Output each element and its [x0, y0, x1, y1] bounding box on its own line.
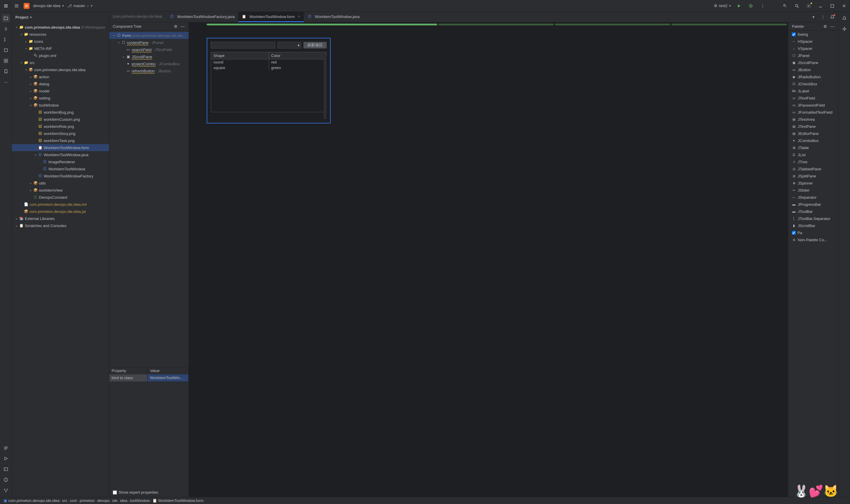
- vcs-branch[interactable]: ⎇ master ↙ ▾: [67, 3, 93, 8]
- palette-item[interactable]: ▭JPasswordField: [788, 102, 838, 109]
- comp-projectcombo[interactable]: ▾projectCombo : JComboBox: [109, 60, 189, 67]
- palette-item[interactable]: ◉JRadioButton: [788, 73, 838, 80]
- palette-group-swing[interactable]: Swing: [788, 31, 838, 38]
- breadcrumb-segment[interactable]: devops: [97, 498, 110, 503]
- property-value-cell[interactable]: WorkitemToolWin...: [148, 374, 189, 381]
- palette-item[interactable]: ▬JToolBar: [788, 208, 838, 215]
- comp-form[interactable]: ▾☐Form (com.primeton.devops.ide.ide...: [109, 32, 189, 39]
- maximize-icon[interactable]: [829, 2, 836, 10]
- table-header-shape[interactable]: Shape: [211, 52, 269, 59]
- palette-item-nonpalette[interactable]: ⊘Non-Palette Co...: [788, 236, 838, 243]
- tab-item[interactable]: (com.primeton.devops.ide.idea): [109, 12, 166, 22]
- palette-item[interactable]: ☰JList: [788, 151, 838, 158]
- main-menu-icon[interactable]: [2, 2, 10, 10]
- palette-item[interactable]: AbJLabel: [788, 87, 838, 94]
- tree-scratches[interactable]: ▸📋Scratches and Consoles: [12, 222, 109, 229]
- notifications-tool-icon[interactable]: [840, 14, 849, 22]
- form-textfield[interactable]: [211, 42, 275, 49]
- run-config[interactable]: ⚙ test2 ▾: [714, 3, 731, 8]
- form-table[interactable]: Shape Color round red square green: [211, 52, 327, 112]
- tree-folder-toolwindow[interactable]: ▾📦toolWindow: [12, 102, 109, 109]
- problems-tool-icon[interactable]: [2, 476, 10, 484]
- tree-class[interactable]: ⒸWorkitemToolWindowFactory: [12, 173, 109, 180]
- breadcrumb-segment[interactable]: src: [62, 498, 67, 503]
- project-tool-icon[interactable]: [2, 14, 10, 22]
- favorites-tool-icon[interactable]: [2, 67, 10, 76]
- breadcrumb-segment[interactable]: com: [70, 498, 77, 503]
- run-button[interactable]: [736, 2, 743, 10]
- designer-canvas[interactable]: ▾ 刷新项目 Shape Color round red: [189, 26, 788, 497]
- palette-item[interactable]: ▤JTextPane: [788, 123, 838, 130]
- close-tab-icon[interactable]: ×: [297, 14, 300, 19]
- tree-class[interactable]: ⒾDevopsConstant: [12, 194, 109, 201]
- palette-item[interactable]: ▣JScrollPane: [788, 59, 838, 66]
- tree-folder-setting[interactable]: ▸📦setting: [12, 94, 109, 102]
- show-expert-checkbox[interactable]: [113, 490, 117, 494]
- settings-icon[interactable]: [805, 2, 812, 10]
- hamburger-icon[interactable]: [13, 2, 20, 10]
- tree-folder-src[interactable]: ▾📁src: [12, 59, 109, 66]
- comp-scrollpane[interactable]: ▸▣JScrollPane: [109, 53, 189, 60]
- tree-file-png[interactable]: 🖼workItemStory.png: [12, 130, 109, 137]
- table-header-color[interactable]: Color: [269, 52, 327, 59]
- minimize-panel-icon[interactable]: —: [180, 24, 185, 29]
- property-row[interactable]: bind to class WorkitemToolWin...: [109, 374, 189, 381]
- services-tool-icon[interactable]: [2, 454, 10, 463]
- breadcrumb-segment[interactable]: toolWindow: [130, 498, 150, 503]
- commit-tool-icon[interactable]: [2, 25, 10, 33]
- breadcrumb-segment[interactable]: ide: [112, 498, 117, 503]
- structure-tool-icon[interactable]: [2, 46, 10, 54]
- tree-folder-utils[interactable]: ▸📦utils: [12, 180, 109, 186]
- palette-item[interactable]: ▮JScrollBar: [788, 222, 838, 229]
- project-panel-header[interactable]: Project ▾: [12, 12, 109, 22]
- tree-class[interactable]: ⒸImageRenderer: [12, 158, 109, 165]
- settings-icon[interactable]: ⚙: [173, 24, 178, 29]
- tree-file-jar[interactable]: 📦com.primeton.devops.ide.idea.jar: [12, 208, 109, 215]
- notifications-icon[interactable]: [829, 14, 836, 21]
- breadcrumb-segment[interactable]: WorkitemToolWindow.form: [158, 498, 204, 503]
- tree-file-java[interactable]: ▾ⒸWorkitemToolWindow.java: [12, 151, 109, 158]
- palette-item[interactable]: ⊞JTable: [788, 144, 838, 151]
- palette-group-pa[interactable]: Pa: [788, 229, 838, 236]
- palette-item[interactable]: ↕VSpacer: [788, 45, 838, 52]
- form-scrollbar[interactable]: [324, 56, 327, 119]
- tree-class[interactable]: ⒸWorkitemToolWindow: [12, 165, 109, 173]
- search-icon[interactable]: [793, 2, 800, 10]
- minimize-icon[interactable]: [817, 2, 824, 10]
- tree-folder-action[interactable]: ▸📦action: [12, 73, 109, 80]
- debug-button[interactable]: [747, 2, 754, 10]
- tab-item[interactable]: ⒸWorkitemToolWindow.java: [304, 12, 363, 22]
- pull-requests-icon[interactable]: [2, 35, 10, 44]
- palette-item[interactable]: ⊡JTabbedPane: [788, 165, 838, 173]
- breadcrumb-segment[interactable]: idea: [120, 498, 128, 503]
- table-row[interactable]: square green: [211, 65, 326, 71]
- breadcrumb-segment[interactable]: primeton: [80, 498, 95, 503]
- tabs-dropdown-icon[interactable]: ▾: [810, 14, 817, 21]
- tree-package[interactable]: ▾📦com.primeton.devops.ide.idea: [12, 66, 109, 73]
- palette-item[interactable]: ☐JPanel: [788, 52, 838, 59]
- comp-searchfield[interactable]: ▭searchField : JTextField: [109, 46, 189, 53]
- more-tools-icon[interactable]: ⋯: [2, 78, 10, 86]
- palette-item[interactable]: ▤JEditorPane: [788, 130, 838, 137]
- palette-item[interactable]: │JToolBar.Separator: [788, 215, 838, 222]
- code-with-me-icon[interactable]: [781, 2, 789, 10]
- tree-file-form-selected[interactable]: 📋WorkitemToolWindow.form: [12, 144, 109, 151]
- tree-file-iml[interactable]: 📄com.primeton.devops.ide.idea.iml: [12, 201, 109, 208]
- palette-group-checkbox[interactable]: [792, 231, 796, 235]
- tree-folder-icons[interactable]: ▸📁icons: [12, 38, 109, 45]
- ai-assistant-icon[interactable]: [840, 25, 849, 33]
- palette-item[interactable]: ⊕JSpinner: [788, 180, 838, 186]
- comp-refreshbutton[interactable]: ▭refreshButton : JButton: [109, 67, 189, 74]
- palette-item[interactable]: ⊹JTree: [788, 158, 838, 165]
- form-refresh-button[interactable]: 刷新项目: [304, 42, 327, 49]
- palette-item[interactable]: ▾JComboBox: [788, 137, 838, 144]
- palette-item[interactable]: —JSeparator: [788, 194, 838, 201]
- tree-root[interactable]: ▾📁com.primeton.devops.ide.idea D:\Worksp…: [12, 24, 109, 31]
- palette-item[interactable]: ▤JTextArea: [788, 116, 838, 123]
- version-control-icon[interactable]: [2, 486, 10, 494]
- tree-folder-workitemview[interactable]: ▸📦workitemView: [12, 186, 109, 194]
- table-row[interactable]: round red: [211, 59, 326, 65]
- bookmarks-tool-icon[interactable]: [2, 57, 10, 65]
- palette-item[interactable]: ☑JCheckBox: [788, 80, 838, 87]
- palette-item[interactable]: ═JSlider: [788, 186, 838, 194]
